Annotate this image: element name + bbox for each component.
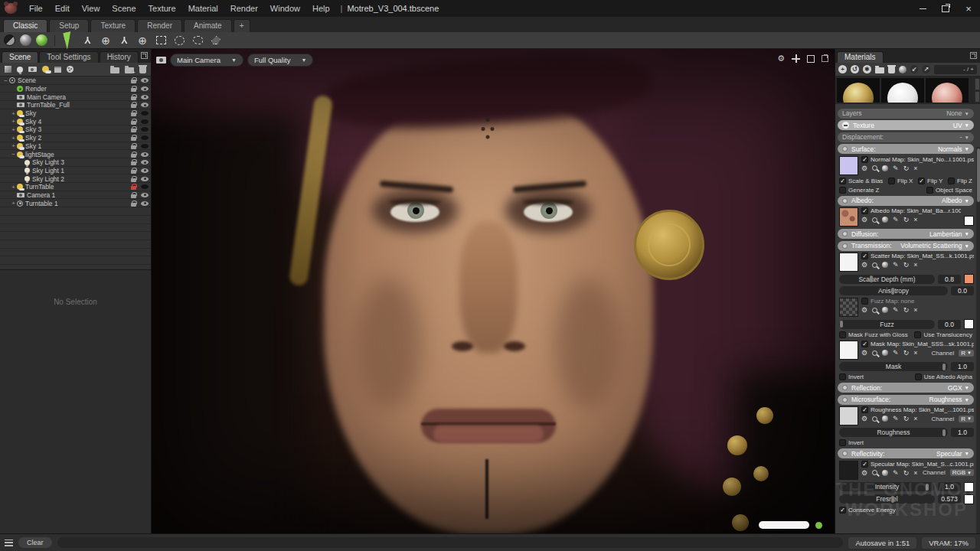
add-camera-icon[interactable]: [28, 67, 37, 72]
menu-material[interactable]: Material: [182, 0, 224, 17]
reload-icon[interactable]: ↻: [903, 216, 910, 223]
edit-icon[interactable]: ✎: [893, 469, 899, 477]
clear-map-icon[interactable]: ×: [913, 216, 917, 223]
channel-select[interactable]: RGB▼: [950, 469, 974, 476]
tree-item-render[interactable]: Render: [0, 85, 151, 93]
save-material-icon[interactable]: ↗: [922, 65, 930, 73]
menu-window[interactable]: Window: [264, 0, 306, 17]
new-material-icon[interactable]: +: [838, 65, 847, 73]
checkbox-mask-fuzz-with-gloss[interactable]: Mask Fuzz with Gloss: [839, 331, 908, 338]
eye-icon[interactable]: [141, 86, 149, 91]
clear-map-icon[interactable]: ×: [913, 415, 917, 422]
section-toggle-icon[interactable]: [842, 231, 848, 236]
new-folder-icon[interactable]: [110, 67, 119, 73]
section-header-layers[interactable]: LayersNone ▼: [838, 109, 974, 119]
lock-icon[interactable]: [131, 77, 136, 83]
slider-mask[interactable]: Mask: [839, 362, 948, 371]
lock-icon[interactable]: [131, 119, 136, 125]
texture-map-row[interactable]: ✓Mask Map: Skin_Mat_SSS...sk.1001.psd⚙✎↻…: [839, 341, 974, 360]
slider-knob[interactable]: [891, 288, 894, 295]
lock-icon[interactable]: [131, 176, 136, 182]
slider-knob[interactable]: [942, 364, 946, 370]
tab-render[interactable]: Render: [137, 19, 182, 32]
checkbox-use-albedo-alpha[interactable]: Use Albedo Alpha: [915, 373, 972, 380]
add-shadow-catcher-icon[interactable]: [54, 67, 61, 73]
close-button[interactable]: ×: [957, 0, 980, 17]
menu-render[interactable]: Render: [224, 0, 264, 17]
lasso-tool-icon[interactable]: [191, 34, 204, 47]
value-field[interactable]: 1.0: [938, 482, 961, 491]
camera-select[interactable]: Main Camera ▼: [170, 54, 243, 67]
texture-map-row[interactable]: ✓Scatter Map: Skin_Mat_SS...k.1001.psd⚙✎…: [839, 253, 974, 272]
color-swatch[interactable]: [964, 274, 974, 284]
color-swatch[interactable]: [964, 494, 974, 504]
gear-icon[interactable]: ⚙: [861, 469, 867, 477]
section-toggle-icon[interactable]: [842, 198, 848, 204]
section-header-texture[interactable]: TextureUV ▼: [838, 120, 974, 130]
map-thumbnail[interactable]: [839, 253, 858, 272]
gear-icon[interactable]: ⚙: [861, 306, 867, 314]
lock-icon[interactable]: [131, 152, 136, 158]
tab-setup[interactable]: Setup: [49, 19, 89, 32]
checkbox-conserve-energy[interactable]: ✓Conserve Energy: [839, 507, 896, 514]
gear-icon[interactable]: ⚙: [861, 165, 867, 172]
tree-item-main-camera[interactable]: Main Camera: [0, 93, 151, 101]
eye-icon[interactable]: [141, 135, 149, 140]
expander-icon[interactable]: +: [10, 135, 17, 142]
tab-history[interactable]: History: [100, 51, 139, 63]
eye-icon[interactable]: [141, 103, 149, 107]
viewport-render[interactable]: Main Camera ▼ Full Quality ▼ ⚙: [152, 49, 835, 533]
search-icon[interactable]: [872, 350, 877, 356]
section-toggle-icon[interactable]: [842, 243, 848, 249]
reload-icon[interactable]: ↻: [903, 349, 910, 357]
translate-tool-icon[interactable]: Y: [80, 34, 94, 47]
eye-icon[interactable]: [141, 152, 149, 157]
map-enabled-checkbox[interactable]: ✓: [861, 253, 868, 259]
section-mode-select[interactable]: Lambertian ▼: [929, 230, 969, 238]
edit-icon[interactable]: ✎: [893, 415, 899, 422]
channel-select[interactable]: R▼: [959, 416, 974, 422]
select-tool-icon[interactable]: [62, 34, 76, 47]
materials-popout-icon[interactable]: [970, 52, 977, 59]
gear-icon[interactable]: ⚙: [861, 349, 867, 357]
section-mode-select[interactable]: Volumetric Scattering ▼: [900, 242, 969, 249]
restore-button[interactable]: [934, 0, 957, 17]
section-mode-select[interactable]: GGX ▼: [948, 384, 969, 392]
transform-tool-icon[interactable]: ⊕: [136, 34, 149, 47]
map-thumbnail[interactable]: [839, 207, 858, 227]
checkbox-flip-z[interactable]: Flip Z: [948, 178, 972, 184]
checkbox-use-translucency[interactable]: Use Translucency: [914, 331, 972, 338]
minimize-button[interactable]: [911, 0, 934, 17]
eye-icon[interactable]: [141, 201, 149, 206]
value-field[interactable]: 1.0: [951, 362, 974, 371]
tree-item-sky-1[interactable]: +Sky 1: [0, 142, 151, 151]
reload-icon[interactable]: ↻: [903, 261, 910, 269]
section-mode-select[interactable]: None ▼: [946, 109, 969, 117]
slider-knob[interactable]: [840, 321, 843, 328]
section-toggle-icon[interactable]: [842, 385, 848, 390]
thumbnail-scrollbar[interactable]: [975, 78, 980, 103]
add-object-icon[interactable]: [5, 66, 11, 73]
material-delete-icon[interactable]: [888, 67, 895, 73]
texture-map-row[interactable]: ✓Roughness Map: Skin_Mat_...1001.psd⚙✎↻×…: [839, 406, 974, 425]
checkbox-flip-x[interactable]: Flip X: [888, 178, 913, 184]
slider-fresnel[interactable]: Fresnel: [839, 494, 935, 504]
expander-icon[interactable]: −: [2, 77, 9, 84]
map-thumbnail[interactable]: [839, 341, 858, 360]
preview-sphere-icon[interactable]: [882, 165, 888, 171]
tree-item-sky-2[interactable]: +Sky 2: [0, 134, 151, 142]
reload-icon[interactable]: ↻: [903, 415, 910, 422]
map-enabled-checkbox[interactable]: [861, 298, 868, 305]
expander-icon[interactable]: +: [10, 110, 17, 117]
map-enabled-checkbox[interactable]: ✓: [861, 341, 868, 347]
tree-item-turntable-1[interactable]: +Turntable 1: [0, 199, 151, 207]
section-mode-select[interactable]: UV ▼: [953, 122, 969, 129]
add-sky-icon[interactable]: [42, 66, 49, 73]
edit-icon[interactable]: ✎: [893, 165, 899, 172]
tab-scene[interactable]: Scene: [2, 51, 38, 63]
edit-icon[interactable]: ✎: [893, 306, 899, 314]
section-header-microsurface[interactable]: Microsurface:Roughness ▼: [838, 395, 974, 405]
menu-edit[interactable]: Edit: [49, 0, 76, 17]
lock-icon[interactable]: [131, 86, 136, 92]
slider-anisotropy[interactable]: Anisotropy: [839, 286, 948, 295]
